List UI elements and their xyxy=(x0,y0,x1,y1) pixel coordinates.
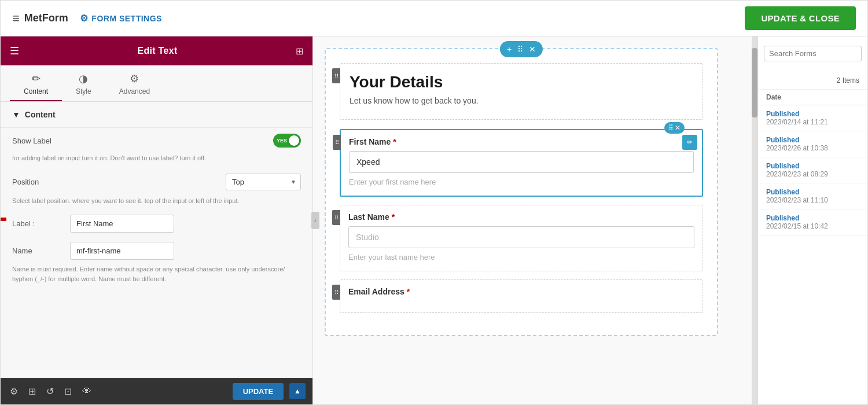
first-name-label: First Name * xyxy=(349,137,694,146)
show-label-toggle[interactable]: YES xyxy=(273,134,301,148)
entry-row-1: Published 2023/02/26 at 10:38 xyxy=(758,131,867,157)
edit-panel-title: Edit Text xyxy=(137,46,177,56)
email-label: Email Address * xyxy=(348,287,694,296)
modal-body: ☰ Edit Text ⊞ ✏ Content ◑ Style xyxy=(95,36,867,404)
email-field-block: ⠿ Email Address * xyxy=(340,279,703,313)
date-column-header: Date xyxy=(758,90,867,105)
last-name-drag-handle[interactable]: ⠿ xyxy=(332,210,340,225)
email-drag-handle[interactable]: ⠿ xyxy=(332,285,340,300)
delete-field-btn[interactable]: ✕ xyxy=(675,124,681,132)
last-name-label: Last Name * xyxy=(348,212,694,222)
content-section-header: ▼ Content xyxy=(95,102,312,128)
position-hint: Select label position. where you want to… xyxy=(95,196,312,211)
entry-row-0: Published 2023/02/14 at 11:21 xyxy=(758,105,867,131)
drag-icon: ⠿ xyxy=(334,289,339,296)
label-field-input[interactable] xyxy=(95,215,174,233)
first-name-edit-btn[interactable]: ✏ xyxy=(682,135,697,150)
panel-header-icons: ⊞ xyxy=(296,46,303,57)
form-heading: Your Details xyxy=(350,73,693,91)
main-content: Screen Options ▾ ≡ MetForm ⚙ FORM SETTIN… xyxy=(95,0,868,405)
block-drag-handle[interactable]: ⠿ xyxy=(332,68,340,83)
first-name-field-block: ⠿ ⠿ ✕ ✏ First Name * Xpeed Enter your fi… xyxy=(340,129,703,197)
toolbar-update-button[interactable]: UPDATE xyxy=(233,383,284,400)
heading-block: ⠿ Your Details Let us know how to get ba… xyxy=(340,63,703,120)
drag-icon: ⠿ xyxy=(334,73,339,79)
edit-tabs: ✏ Content ◑ Style ⚙ Advanced xyxy=(95,65,312,102)
first-name-drag-handle[interactable]: ⠿ xyxy=(333,135,341,150)
edit-panel-toolbar: ⚙ ⊞ ↺ ⊡ 👁 UPDATE ▲ xyxy=(95,378,312,404)
toggle-switch[interactable]: YES xyxy=(273,134,301,148)
entry-row-4: Published 2023/02/15 at 10:42 xyxy=(758,209,867,235)
entry-row-3: Published 2023/02/23 at 11:10 xyxy=(758,183,867,209)
update-close-button[interactable]: UPDATE & CLOSE xyxy=(745,6,856,30)
scrollbar-track xyxy=(752,36,757,404)
form-subtext: Let us know how to get back to you. xyxy=(350,96,693,105)
drag-icon: ⠿ xyxy=(335,139,339,146)
drag-icon: ⠿ xyxy=(334,215,339,221)
header-left: ≡ MetForm ⚙ FORM SETTINGS xyxy=(95,11,162,26)
tab-style[interactable]: ◑ Style xyxy=(95,65,105,101)
toggle-knob xyxy=(289,135,299,146)
edit-panel-content: ▼ Content Show Label YES for ad xyxy=(95,102,312,404)
preview-container: + ⠿ ✕ ⠿ Your Details Let us know how to … xyxy=(325,48,718,336)
last-name-field-block: ⠿ Last Name * Studio Enter your last nam… xyxy=(340,205,703,271)
position-row: Position Top Left ▼ xyxy=(95,168,312,196)
name-field-input[interactable] xyxy=(95,242,174,260)
add-section-btn[interactable]: + xyxy=(505,43,514,55)
toolbar-update-arrow-button[interactable]: ▲ xyxy=(289,383,306,399)
scrollbar-thumb[interactable] xyxy=(752,48,757,117)
panel-collapse-handle[interactable]: ‹ xyxy=(311,212,319,229)
top-floating-bar: + ⠿ ✕ xyxy=(500,41,543,57)
form-settings-button[interactable]: ⚙ FORM SETTINGS xyxy=(95,13,162,24)
required-star: * xyxy=(393,137,396,146)
tab-advanced[interactable]: ⚙ Advanced xyxy=(105,65,164,101)
move-section-btn[interactable]: ⠿ xyxy=(515,43,525,55)
grid-icon[interactable]: ⊞ xyxy=(296,46,303,57)
settings-icon: ⚙ xyxy=(130,72,139,85)
name-field-row: Name xyxy=(95,237,312,264)
position-select[interactable]: Top Left xyxy=(226,174,301,190)
edit-panel: ☰ Edit Text ⊞ ✏ Content ◑ Style xyxy=(95,36,313,404)
entry-row-2: Published 2023/02/23 at 08:29 xyxy=(758,157,867,183)
modal-header: ≡ MetForm ⚙ FORM SETTINGS UPDATE & CLOSE xyxy=(95,1,867,36)
label-field-row: Label : xyxy=(95,210,312,237)
show-label-row: Show Label YES xyxy=(95,128,312,153)
search-forms-input[interactable] xyxy=(764,46,862,61)
position-select-wrapper: Top Left ▼ xyxy=(226,174,301,190)
name-hint: Name is must required. Enter name withou… xyxy=(95,264,312,288)
required-star: * xyxy=(407,287,410,296)
first-name-placeholder: Enter your first name here xyxy=(349,175,694,189)
required-star: * xyxy=(392,212,395,222)
form-preview: + ⠿ ✕ ⠿ Your Details Let us know how to … xyxy=(313,36,757,404)
wp-right-panel: 2 Items Date Published 2023/02/14 at 11:… xyxy=(757,36,867,404)
items-count: 2 Items xyxy=(758,72,867,90)
close-section-btn[interactable]: ✕ xyxy=(527,43,538,55)
last-name-value[interactable]: Studio xyxy=(348,226,694,248)
first-name-floating-bar: ⠿ ✕ xyxy=(664,122,685,134)
show-label-hint: for adding label on input turn it on. Do… xyxy=(95,153,312,168)
last-name-placeholder: Enter your last name here xyxy=(348,251,694,264)
metform-modal: ≡ MetForm ⚙ FORM SETTINGS UPDATE & CLOSE xyxy=(95,0,868,405)
move-field-btn[interactable]: ⠿ xyxy=(668,124,674,132)
first-name-value[interactable]: Xpeed xyxy=(349,151,694,173)
edit-panel-header: ☰ Edit Text ⊞ xyxy=(95,36,312,65)
